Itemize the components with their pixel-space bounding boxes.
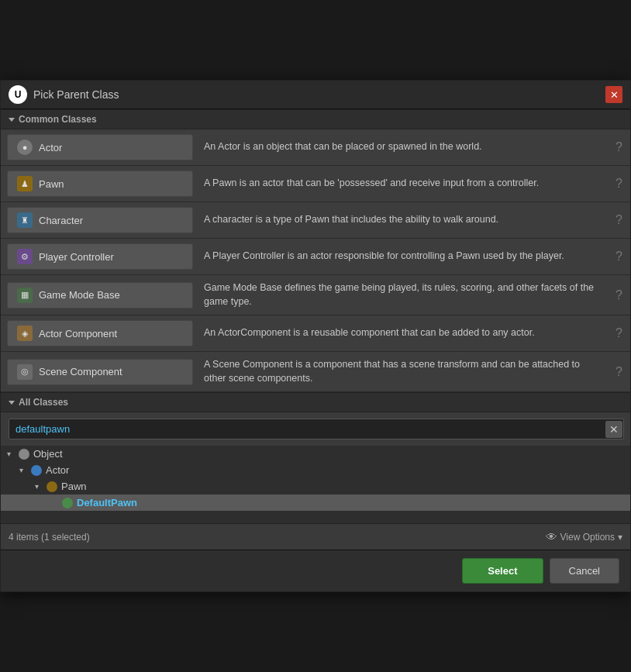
class-description: An Actor is an object that can be placed… bbox=[199, 134, 608, 160]
class-description: Game Mode Base defines the game being pl… bbox=[199, 275, 608, 315]
help-icon[interactable]: ? bbox=[608, 213, 630, 227]
dialog-title: Pick Parent Class bbox=[33, 88, 119, 101]
tree-row[interactable]: ▾ Object bbox=[1, 446, 630, 462]
help-icon[interactable]: ? bbox=[608, 177, 630, 191]
class-item: ● Actor An Actor is an object that can b… bbox=[1, 129, 630, 166]
tree-arrow-icon: ▾ bbox=[35, 482, 44, 491]
class-item: ▦ Game Mode Base Game Mode Base defines … bbox=[1, 275, 630, 315]
item-count: 4 items (1 selected) bbox=[9, 532, 90, 543]
actorcomponent-icon: ◈ bbox=[17, 326, 33, 341]
tree-row[interactable]: DefaultPawn bbox=[1, 495, 630, 511]
help-icon[interactable]: ? bbox=[608, 365, 630, 379]
ue-logo: U bbox=[9, 85, 27, 104]
scenecomponent-icon: ◎ bbox=[17, 364, 33, 380]
class-btn-gamemodebase[interactable]: ▦ Game Mode Base bbox=[7, 282, 193, 308]
collapse-triangle-all-icon bbox=[9, 401, 15, 405]
actor-icon: ● bbox=[17, 140, 33, 155]
class-btn-scenecomponent[interactable]: ◎ Scene Component bbox=[7, 359, 193, 385]
class-btn-label: Pawn bbox=[39, 178, 64, 190]
all-classes-label: All Classes bbox=[19, 397, 68, 408]
view-options-arrow-icon: ▾ bbox=[618, 532, 622, 543]
tree-node-label: DefaultPawn bbox=[77, 497, 137, 508]
class-tree-view: ▾ Object ▾ Actor ▾ Pawn DefaultPawn bbox=[1, 446, 630, 523]
class-item: ⚙ Player Controller A Player Controller … bbox=[1, 239, 630, 275]
action-bar: Select Cancel bbox=[1, 550, 630, 591]
common-classes-label: Common Classes bbox=[19, 114, 97, 125]
help-icon[interactable]: ? bbox=[608, 250, 630, 264]
character-icon: ♜ bbox=[17, 212, 33, 228]
view-options-button[interactable]: 👁 View Options ▾ bbox=[546, 530, 622, 543]
class-btn-playercontroller[interactable]: ⚙ Player Controller bbox=[7, 243, 193, 270]
class-btn-label: Character bbox=[39, 215, 83, 226]
class-btn-label: Scene Component bbox=[39, 366, 122, 377]
class-btn-label: Player Controller bbox=[39, 251, 114, 263]
tree-row[interactable]: ▾ Pawn bbox=[1, 478, 630, 495]
collapse-triangle-icon bbox=[9, 118, 15, 122]
class-item: ♟ Pawn A Pawn is an actor that can be 'p… bbox=[1, 166, 630, 202]
footer-bar: 4 items (1 selected) 👁 View Options ▾ bbox=[1, 523, 630, 550]
tree-node-icon bbox=[31, 465, 42, 476]
tree-node-label: Object bbox=[33, 448, 63, 460]
class-description: A Scene Component is a component that ha… bbox=[199, 352, 608, 391]
class-item: ♜ Character A character is a type of Paw… bbox=[1, 202, 630, 239]
common-classes-list: ● Actor An Actor is an object that can b… bbox=[1, 129, 630, 392]
search-clear-button[interactable]: ✕ bbox=[605, 421, 622, 438]
gamemodebase-icon: ▦ bbox=[17, 288, 33, 303]
all-classes-header: All Classes bbox=[1, 392, 630, 412]
pawn-icon: ♟ bbox=[17, 176, 33, 191]
class-item: ◈ Actor Component An ActorComponent is a… bbox=[1, 315, 630, 352]
title-bar: U Pick Parent Class ✕ bbox=[1, 81, 630, 109]
class-description: An ActorComponent is a reusable componen… bbox=[199, 320, 608, 346]
playercontroller-icon: ⚙ bbox=[17, 249, 33, 264]
class-btn-pawn[interactable]: ♟ Pawn bbox=[7, 171, 193, 197]
help-icon[interactable]: ? bbox=[608, 140, 630, 154]
tree-node-icon bbox=[19, 449, 29, 460]
class-btn-label: Actor Component bbox=[39, 328, 117, 339]
tree-arrow-icon: ▾ bbox=[19, 466, 29, 474]
select-button[interactable]: Select bbox=[462, 558, 543, 584]
class-item: ◎ Scene Component A Scene Component is a… bbox=[1, 352, 630, 392]
help-icon[interactable]: ? bbox=[608, 288, 630, 302]
tree-node-icon bbox=[47, 481, 57, 492]
tree-arrow-icon: ▾ bbox=[7, 450, 16, 458]
class-btn-actor[interactable]: ● Actor bbox=[7, 134, 193, 160]
class-description: A character is a type of Pawn that inclu… bbox=[199, 207, 608, 233]
class-description: A Pawn is an actor that can be 'possesse… bbox=[199, 171, 608, 197]
search-bar: ✕ bbox=[1, 412, 630, 446]
common-classes-header: Common Classes bbox=[1, 109, 630, 129]
class-description: A Player Controller is an actor responsi… bbox=[199, 243, 608, 270]
help-icon[interactable]: ? bbox=[608, 326, 630, 340]
close-button[interactable]: ✕ bbox=[605, 86, 622, 103]
search-input[interactable] bbox=[9, 419, 624, 439]
view-options-label: View Options bbox=[560, 532, 615, 543]
class-btn-character[interactable]: ♜ Character bbox=[7, 207, 193, 233]
pick-parent-class-dialog: U Pick Parent Class ✕ Common Classes ● A… bbox=[0, 80, 631, 592]
class-btn-label: Game Mode Base bbox=[39, 289, 120, 301]
cancel-button[interactable]: Cancel bbox=[550, 558, 619, 584]
class-btn-actorcomponent[interactable]: ◈ Actor Component bbox=[7, 320, 193, 346]
class-btn-label: Actor bbox=[39, 142, 62, 153]
tree-row[interactable]: ▾ Actor bbox=[1, 462, 630, 478]
tree-node-label: Pawn bbox=[61, 481, 87, 492]
eye-icon: 👁 bbox=[546, 530, 557, 543]
tree-node-icon bbox=[62, 498, 73, 508]
tree-node-label: Actor bbox=[46, 464, 69, 476]
title-bar-left: U Pick Parent Class bbox=[9, 85, 119, 104]
